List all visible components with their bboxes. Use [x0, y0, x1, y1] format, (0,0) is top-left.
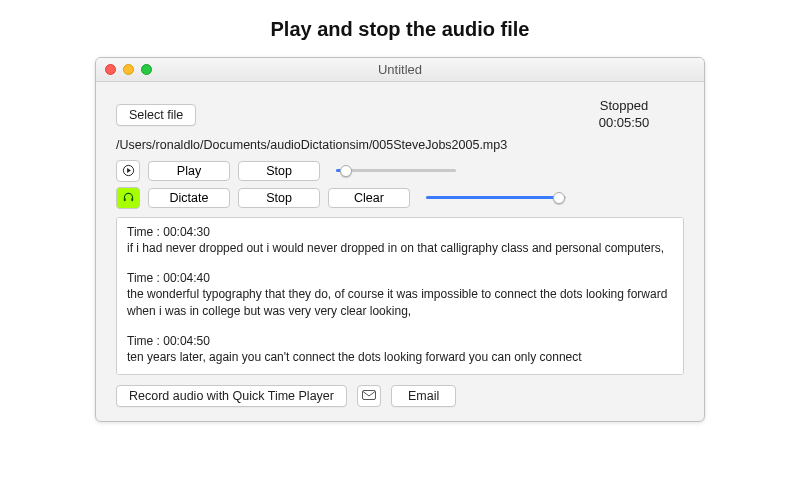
window-content: Select file Stopped 00:05:50 /Users/rona… — [96, 82, 704, 421]
dictate-controls-row: Dictate Stop Clear — [116, 187, 684, 209]
transcript-text: the wonderful typography that they do, o… — [127, 286, 673, 318]
transcript-entry: Time : 00:04:40the wonderful typography … — [127, 270, 673, 319]
transcript-text: ten years later, again you can't connect… — [127, 349, 673, 365]
playback-position-slider[interactable] — [336, 163, 456, 179]
status-time: 00:05:50 — [564, 115, 684, 132]
select-file-button[interactable]: Select file — [116, 104, 196, 126]
play-controls-row: Play Stop — [116, 160, 684, 182]
play-circle-icon[interactable] — [116, 160, 140, 182]
volume-slider[interactable] — [426, 190, 566, 206]
email-button[interactable]: Email — [391, 385, 456, 407]
dictate-button[interactable]: Dictate — [148, 188, 230, 208]
window-title: Untitled — [96, 62, 704, 77]
svg-rect-4 — [362, 390, 375, 399]
app-window: Untitled Select file Stopped 00:05:50 /U… — [95, 57, 705, 422]
file-path: /Users/ronaldlo/Documents/audioDictation… — [116, 138, 684, 152]
record-quicktime-button[interactable]: Record audio with Quick Time Player — [116, 385, 347, 407]
play-button[interactable]: Play — [148, 161, 230, 181]
status-state: Stopped — [564, 98, 684, 115]
headphones-icon[interactable] — [116, 187, 140, 209]
svg-rect-3 — [131, 198, 133, 201]
clear-button[interactable]: Clear — [328, 188, 410, 208]
page-caption: Play and stop the audio file — [0, 0, 800, 47]
svg-rect-2 — [123, 198, 125, 201]
email-icon[interactable] — [357, 385, 381, 407]
transcript-text: if i had never dropped out i would never… — [127, 240, 673, 256]
dictate-stop-button[interactable]: Stop — [238, 188, 320, 208]
transcript-entry: Time : 00:04:50ten years later, again yo… — [127, 333, 673, 365]
transcript-timestamp: Time : 00:04:40 — [127, 270, 673, 286]
minimize-icon[interactable] — [123, 64, 134, 75]
play-stop-button[interactable]: Stop — [238, 161, 320, 181]
close-icon[interactable] — [105, 64, 116, 75]
transcript-timestamp: Time : 00:04:50 — [127, 333, 673, 349]
transcript-timestamp: Time : 00:04:30 — [127, 224, 673, 240]
transcript-entry: Time : 00:04:30if i had never dropped ou… — [127, 224, 673, 256]
transcript-area[interactable]: Time : 00:04:30if i had never dropped ou… — [116, 217, 684, 375]
traffic-lights — [96, 64, 152, 75]
svg-marker-1 — [127, 168, 131, 173]
playback-status: Stopped 00:05:50 — [564, 98, 684, 132]
zoom-icon[interactable] — [141, 64, 152, 75]
titlebar[interactable]: Untitled — [96, 58, 704, 82]
